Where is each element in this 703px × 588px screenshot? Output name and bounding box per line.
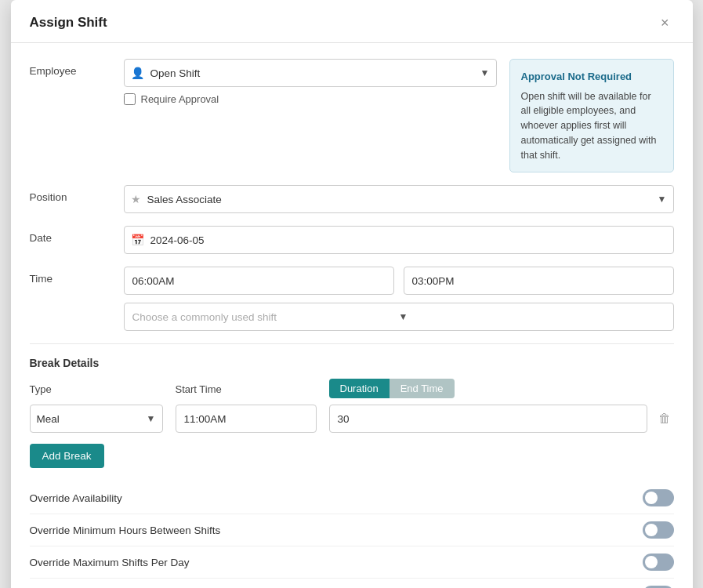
toggle-thumb-2 [645, 524, 658, 536]
date-row: Date 📅 [30, 226, 674, 254]
break-starttime-label: Start Time [176, 383, 222, 395]
assign-shift-modal: Assign Shift × Employee 👤 Open Shift ▼ R… [11, 0, 693, 588]
override-min-hours-toggle[interactable] [643, 521, 674, 539]
position-control-area: ★ Sales Associate ▼ [124, 185, 674, 213]
star-icon: ★ [131, 193, 141, 205]
date-control-area: 📅 [124, 226, 674, 254]
end-time-toggle-button[interactable]: End Time [390, 379, 455, 398]
employee-row: Employee 👤 Open Shift ▼ Require Approval… [30, 59, 674, 172]
employee-select[interactable]: Open Shift [150, 67, 480, 79]
time-end-input[interactable] [404, 267, 674, 295]
break-starttime-header: Start Time [176, 383, 317, 395]
override-min-hours-row: Override Minimum Hours Between Shifts [30, 514, 674, 546]
toggle-thumb [645, 492, 658, 504]
position-select-wrapper[interactable]: ★ Sales Associate ▼ [124, 185, 674, 213]
override-max-shifts-row: Override Maximum Shifts Per Day [30, 546, 674, 579]
modal-header: Assign Shift × [11, 0, 693, 43]
toggle-thumb-3 [645, 556, 658, 568]
position-row: Position ★ Sales Associate ▼ [30, 185, 674, 213]
override-section: Override Availability Override Minimum H… [30, 482, 674, 588]
require-approval-label: Require Approval [141, 93, 219, 105]
toggle-track-2[interactable] [643, 521, 674, 539]
add-break-button[interactable]: Add Break [30, 444, 104, 468]
break-data-row: Meal Rest Other ▼ 🗑 [30, 405, 674, 433]
toggle-track[interactable] [643, 489, 674, 506]
require-approval-checkbox[interactable] [124, 93, 136, 105]
override-max-shifts-toggle[interactable] [643, 554, 674, 571]
break-type-header: Type [30, 383, 163, 395]
user-icon: 👤 [131, 67, 144, 79]
override-hours-restriction-row: Override Hours Restriction? [30, 579, 674, 588]
break-type-chevron-icon: ▼ [147, 413, 156, 424]
break-duration-input[interactable] [329, 405, 647, 433]
position-chevron-icon: ▼ [658, 194, 667, 205]
employee-chevron-icon: ▼ [480, 67, 490, 78]
time-control-area: Choose a commonly used shift ▼ [124, 267, 674, 331]
break-details-section: Break Details Type Start Time Duration E… [30, 357, 674, 479]
approval-info-box: Approval Not Required Open shift will be… [509, 59, 674, 172]
calendar-icon: 📅 [131, 234, 144, 246]
section-divider [30, 343, 674, 344]
override-max-shifts-label: Override Maximum Shifts Per Day [30, 557, 190, 568]
employee-control-area: 👤 Open Shift ▼ Require Approval [124, 59, 497, 107]
modal-close-button[interactable]: × [656, 14, 674, 31]
employee-select-wrapper[interactable]: 👤 Open Shift ▼ [124, 59, 497, 87]
date-label: Date [30, 226, 124, 244]
break-start-time-input[interactable] [176, 405, 317, 433]
break-type-select-wrapper[interactable]: Meal Rest Other ▼ [30, 405, 163, 433]
time-start-input[interactable] [124, 267, 394, 295]
toggle-track-3[interactable] [643, 554, 674, 571]
break-headers-row: Type Start Time Duration End Time [30, 379, 674, 398]
override-availability-toggle[interactable] [643, 489, 674, 506]
break-details-title: Break Details [30, 357, 674, 369]
break-duration-header: Duration End Time [329, 379, 674, 398]
override-availability-row: Override Availability [30, 482, 674, 514]
modal-body: Employee 👤 Open Shift ▼ Require Approval… [11, 43, 693, 588]
override-min-hours-label: Override Minimum Hours Between Shifts [30, 524, 221, 536]
duration-end-toggle: Duration End Time [329, 379, 674, 398]
date-wrapper[interactable]: 📅 [124, 226, 674, 254]
break-type-label: Type [30, 383, 52, 395]
require-approval-row: Require Approval [124, 93, 497, 105]
common-shift-select[interactable]: Choose a commonly used shift ▼ [124, 303, 674, 331]
time-row: Time Choose a commonly used shift ▼ [30, 267, 674, 331]
break-type-select[interactable]: Meal Rest Other [37, 413, 147, 425]
employee-label: Employee [30, 59, 124, 77]
time-label: Time [30, 267, 124, 285]
override-availability-label: Override Availability [30, 492, 122, 504]
info-box-title: Approval Not Required [521, 69, 662, 85]
common-shift-chevron-icon: ▼ [399, 311, 665, 322]
position-label: Position [30, 185, 124, 203]
date-input[interactable] [150, 234, 667, 246]
duration-toggle-button[interactable]: Duration [329, 379, 390, 398]
common-shift-placeholder: Choose a commonly used shift [132, 311, 399, 323]
position-select[interactable]: Sales Associate [147, 194, 658, 205]
delete-break-button[interactable]: 🗑 [655, 408, 674, 429]
time-inputs-row [124, 267, 674, 295]
info-box-text: Open shift will be available for all eli… [521, 89, 662, 163]
modal-title: Assign Shift [30, 15, 107, 31]
